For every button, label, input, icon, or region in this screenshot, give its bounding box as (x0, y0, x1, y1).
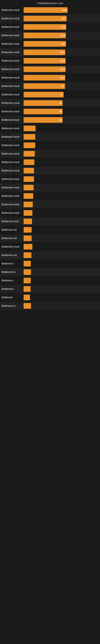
bar-wrapper (24, 202, 99, 207)
bar-label: Bottleneck result (1, 186, 24, 189)
bar-fill (24, 176, 34, 182)
bar-fill: 52.9 (24, 32, 66, 38)
bar-fill: 53.7 (24, 16, 67, 21)
bar-wrapper: 52.8 (24, 58, 99, 64)
bar-label: Bottleneck re (1, 304, 24, 307)
bar-wrapper: 50 (24, 109, 99, 114)
bar-label: Bottleneck res (1, 254, 24, 256)
bar-wrapper (24, 168, 99, 174)
bar-row: Bottleneck result (0, 184, 100, 192)
bar-wrapper (24, 227, 99, 233)
bar-label: Bottleneck result (1, 194, 24, 198)
bar-fill (24, 269, 31, 275)
bar-row: Bottleneck (0, 294, 100, 302)
bar-row: Bottleneck result (0, 192, 100, 200)
bar-fill: 51 (24, 92, 64, 98)
bar-fill (24, 286, 31, 292)
bar-row: Bottleneck result52.3 (0, 48, 100, 56)
bar-row: Bottleneck result (0, 158, 100, 166)
bar-wrapper (24, 278, 99, 283)
bar-wrapper (24, 295, 99, 300)
bar-label: Bottleneck result (1, 127, 24, 130)
bar-wrapper (24, 160, 99, 165)
bar-wrapper (24, 244, 99, 250)
bar-value: 51 (60, 94, 63, 96)
bar-label: Bottleneck result (1, 144, 24, 147)
bar-row: Bottleneck resul (0, 217, 100, 226)
bar-row: Bottleneck result (0, 200, 100, 208)
bar-label: Bottleneck result (1, 76, 24, 79)
bar-label: Bottleneck result (1, 161, 24, 164)
bar-fill (24, 151, 35, 156)
bar-fill (24, 126, 36, 131)
bar-fill (24, 202, 33, 207)
bar-row: Bottleneck result52.4 (0, 74, 100, 82)
bar-row: Bottleneck result52. (0, 82, 100, 90)
bar-fill: 54% (24, 7, 68, 13)
bar-fill (24, 134, 35, 140)
bar-wrapper (24, 269, 99, 275)
bar-label: Bottleneck result (1, 152, 24, 155)
bar-wrapper (24, 286, 99, 292)
bar-label: Bottleneck r (1, 279, 24, 282)
bar-label: Bottleneck result (1, 110, 24, 113)
bar-label: Bottleneck result (1, 85, 24, 88)
bar-wrapper: 52. (24, 83, 99, 89)
bar-wrapper (24, 134, 99, 140)
bar-label: Bottleneck result (1, 212, 24, 214)
bar-wrapper (24, 210, 99, 216)
bar-value: 52.8 (61, 68, 65, 70)
bar-row: Bottleneck result (0, 124, 100, 132)
bar-label: Bottleneck result (1, 42, 24, 45)
bar-row: Bottleneck res (0, 234, 100, 242)
bar-row: Bottleneck result (0, 209, 100, 217)
bar-label: Bottleneck re (1, 271, 24, 274)
bar-label: Bottleneck result (1, 51, 24, 54)
bar-label: Bottleneck (1, 296, 24, 299)
bar-wrapper (24, 252, 99, 258)
bar-value: 52.4 (60, 76, 64, 79)
bar-wrapper: 53.7 (24, 16, 99, 21)
bar-label: Bottleneck res (1, 237, 24, 240)
bar-label: Bottleneck result (1, 245, 24, 248)
bar-wrapper: 50 (24, 100, 99, 106)
bar-fill (24, 185, 34, 190)
bar-fill (24, 193, 33, 199)
bar-label: Bottleneck result (1, 17, 24, 20)
bar-wrapper (24, 151, 99, 156)
bar-wrapper: 50 (24, 117, 99, 123)
bar-fill (24, 227, 32, 233)
bar-row: Bottleneck result50 (0, 99, 100, 107)
bar-fill (24, 142, 35, 148)
bar-label: Bottleneck r (1, 288, 24, 290)
bar-wrapper: 51 (24, 92, 99, 98)
bar-label: Bottleneck result (1, 34, 24, 37)
bar-fill: 52.3 (24, 50, 65, 55)
bar-value: 50 (59, 102, 62, 104)
bar-row: Bottleneck result (0, 133, 100, 141)
bar-fill (24, 236, 32, 241)
bar-wrapper (24, 303, 99, 309)
bar-label: Bottleneck result (1, 118, 24, 121)
bar-wrapper: 52.8 (24, 66, 99, 72)
bar-wrapper: 52.4 (24, 75, 99, 80)
bar-row: Bottleneck re (0, 302, 100, 310)
bar-fill (24, 168, 34, 174)
bar-fill: 50 (24, 117, 63, 123)
bar-row: Bottleneck result (0, 150, 100, 158)
bar-fill (24, 244, 32, 250)
bar-wrapper: 54% (24, 7, 99, 13)
bar-label: Bottleneck result (1, 136, 24, 138)
bar-row: Bottleneck result (0, 141, 100, 149)
bar-value: 53.7 (62, 17, 66, 20)
bar-fill (24, 160, 34, 165)
bar-fill: 53.3 (24, 24, 66, 30)
bar-fill (24, 261, 31, 266)
bar-row: Bottleneck result50 (0, 116, 100, 124)
bar-label: Bottleneck result (1, 169, 24, 172)
bar-label: Bottleneck result (1, 102, 24, 104)
bar-wrapper: 52.3 (24, 50, 99, 55)
bar-value: 54% (62, 9, 67, 11)
bar-row: Bottleneck result52.8 (0, 65, 100, 73)
bar-value: 52.8 (61, 60, 65, 62)
